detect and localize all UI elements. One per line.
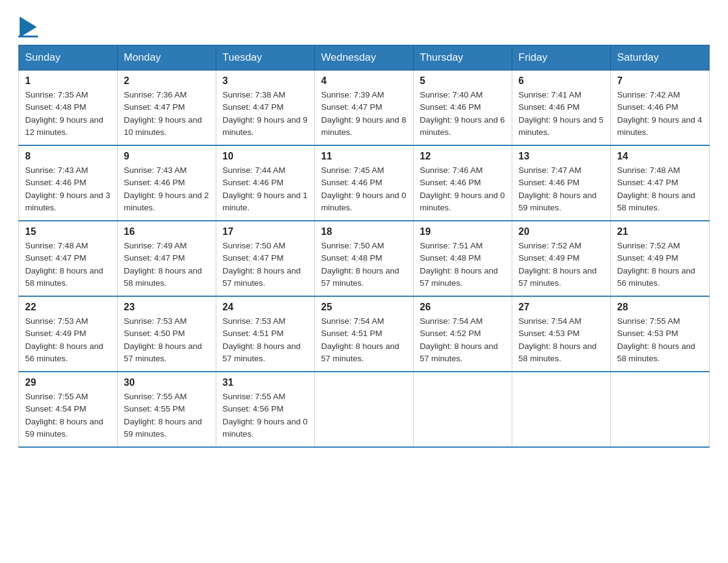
day-info: Sunrise: 7:44 AMSunset: 4:46 PMDaylight:… bbox=[222, 164, 308, 214]
day-number: 6 bbox=[518, 75, 604, 86]
header-monday: Monday bbox=[118, 45, 216, 71]
day-number: 3 bbox=[222, 75, 308, 86]
day-info: Sunrise: 7:48 AMSunset: 4:47 PMDaylight:… bbox=[617, 164, 703, 214]
calendar-cell: 9Sunrise: 7:43 AMSunset: 4:46 PMDaylight… bbox=[118, 145, 216, 221]
calendar-week-row: 1Sunrise: 7:35 AMSunset: 4:48 PMDaylight… bbox=[19, 71, 710, 146]
day-number: 8 bbox=[25, 151, 111, 162]
day-number: 23 bbox=[124, 302, 210, 313]
day-number: 27 bbox=[518, 302, 604, 313]
day-number: 11 bbox=[321, 151, 407, 162]
day-number: 18 bbox=[321, 226, 407, 237]
calendar-cell: 6Sunrise: 7:41 AMSunset: 4:46 PMDaylight… bbox=[512, 71, 611, 146]
day-info: Sunrise: 7:54 AMSunset: 4:51 PMDaylight:… bbox=[321, 315, 407, 365]
day-info: Sunrise: 7:54 AMSunset: 4:52 PMDaylight:… bbox=[420, 315, 506, 365]
svg-marker-0 bbox=[20, 17, 37, 37]
calendar-cell bbox=[414, 372, 512, 447]
day-info: Sunrise: 7:43 AMSunset: 4:46 PMDaylight:… bbox=[25, 164, 111, 214]
header-saturday: Saturday bbox=[611, 45, 710, 71]
day-number: 31 bbox=[222, 377, 308, 388]
day-info: Sunrise: 7:51 AMSunset: 4:48 PMDaylight:… bbox=[420, 240, 506, 289]
calendar-cell: 10Sunrise: 7:44 AMSunset: 4:46 PMDayligh… bbox=[216, 145, 315, 221]
header-wednesday: Wednesday bbox=[315, 45, 414, 71]
day-info: Sunrise: 7:48 AMSunset: 4:47 PMDaylight:… bbox=[25, 240, 111, 289]
calendar-week-row: 15Sunrise: 7:48 AMSunset: 4:47 PMDayligh… bbox=[19, 221, 710, 296]
calendar-week-row: 8Sunrise: 7:43 AMSunset: 4:46 PMDaylight… bbox=[19, 145, 710, 221]
day-number: 14 bbox=[617, 151, 703, 162]
day-info: Sunrise: 7:49 AMSunset: 4:47 PMDaylight:… bbox=[124, 240, 210, 289]
calendar-cell: 2Sunrise: 7:36 AMSunset: 4:47 PMDaylight… bbox=[118, 71, 216, 146]
calendar-cell: 4Sunrise: 7:39 AMSunset: 4:47 PMDaylight… bbox=[315, 71, 414, 146]
calendar-cell: 28Sunrise: 7:55 AMSunset: 4:53 PMDayligh… bbox=[611, 296, 710, 372]
calendar-cell: 23Sunrise: 7:53 AMSunset: 4:50 PMDayligh… bbox=[118, 296, 216, 372]
day-number: 2 bbox=[124, 75, 210, 86]
day-number: 12 bbox=[420, 151, 506, 162]
day-info: Sunrise: 7:41 AMSunset: 4:46 PMDaylight:… bbox=[518, 89, 604, 139]
day-number: 21 bbox=[617, 226, 703, 237]
day-number: 29 bbox=[25, 377, 111, 388]
calendar-cell: 30Sunrise: 7:55 AMSunset: 4:55 PMDayligh… bbox=[118, 372, 216, 447]
day-number: 15 bbox=[25, 226, 111, 237]
day-number: 26 bbox=[420, 302, 506, 313]
calendar-table: SundayMondayTuesdayWednesdayThursdayFrid… bbox=[18, 45, 710, 448]
day-number: 22 bbox=[25, 302, 111, 313]
calendar-cell: 14Sunrise: 7:48 AMSunset: 4:47 PMDayligh… bbox=[611, 145, 710, 221]
day-info: Sunrise: 7:53 AMSunset: 4:49 PMDaylight:… bbox=[25, 315, 111, 365]
day-info: Sunrise: 7:36 AMSunset: 4:47 PMDaylight:… bbox=[124, 89, 210, 139]
calendar-cell: 13Sunrise: 7:47 AMSunset: 4:46 PMDayligh… bbox=[512, 145, 611, 221]
day-number: 1 bbox=[25, 75, 111, 86]
day-info: Sunrise: 7:55 AMSunset: 4:53 PMDaylight:… bbox=[617, 315, 703, 365]
day-info: Sunrise: 7:54 AMSunset: 4:53 PMDaylight:… bbox=[518, 315, 604, 365]
day-info: Sunrise: 7:40 AMSunset: 4:46 PMDaylight:… bbox=[420, 89, 506, 139]
calendar-cell: 26Sunrise: 7:54 AMSunset: 4:52 PMDayligh… bbox=[414, 296, 512, 372]
day-number: 20 bbox=[518, 226, 604, 237]
day-number: 5 bbox=[420, 75, 506, 86]
header-friday: Friday bbox=[512, 45, 611, 71]
calendar-cell: 3Sunrise: 7:38 AMSunset: 4:47 PMDaylight… bbox=[216, 71, 315, 146]
calendar-cell: 29Sunrise: 7:55 AMSunset: 4:54 PMDayligh… bbox=[19, 372, 118, 447]
calendar-cell: 22Sunrise: 7:53 AMSunset: 4:49 PMDayligh… bbox=[19, 296, 118, 372]
day-info: Sunrise: 7:47 AMSunset: 4:46 PMDaylight:… bbox=[518, 164, 604, 214]
calendar-week-row: 29Sunrise: 7:55 AMSunset: 4:54 PMDayligh… bbox=[19, 372, 710, 447]
day-number: 19 bbox=[420, 226, 506, 237]
calendar-cell: 17Sunrise: 7:50 AMSunset: 4:47 PMDayligh… bbox=[216, 221, 315, 296]
day-info: Sunrise: 7:50 AMSunset: 4:47 PMDaylight:… bbox=[222, 240, 308, 289]
day-info: Sunrise: 7:35 AMSunset: 4:48 PMDaylight:… bbox=[25, 89, 111, 139]
calendar-cell: 12Sunrise: 7:46 AMSunset: 4:46 PMDayligh… bbox=[414, 145, 512, 221]
day-number: 17 bbox=[222, 226, 308, 237]
day-info: Sunrise: 7:55 AMSunset: 4:56 PMDaylight:… bbox=[222, 391, 308, 440]
calendar-cell: 21Sunrise: 7:52 AMSunset: 4:49 PMDayligh… bbox=[611, 221, 710, 296]
day-info: Sunrise: 7:43 AMSunset: 4:46 PMDaylight:… bbox=[124, 164, 210, 214]
logo-underline bbox=[18, 36, 38, 37]
calendar-cell: 15Sunrise: 7:48 AMSunset: 4:47 PMDayligh… bbox=[19, 221, 118, 296]
calendar-header-row: SundayMondayTuesdayWednesdayThursdayFrid… bbox=[19, 45, 710, 71]
calendar-cell bbox=[315, 372, 414, 447]
header-thursday: Thursday bbox=[414, 45, 512, 71]
header-tuesday: Tuesday bbox=[216, 45, 315, 71]
day-number: 10 bbox=[222, 151, 308, 162]
calendar-cell: 16Sunrise: 7:49 AMSunset: 4:47 PMDayligh… bbox=[118, 221, 216, 296]
calendar-cell: 24Sunrise: 7:53 AMSunset: 4:51 PMDayligh… bbox=[216, 296, 315, 372]
calendar-cell: 8Sunrise: 7:43 AMSunset: 4:46 PMDaylight… bbox=[19, 145, 118, 221]
header-sunday: Sunday bbox=[19, 45, 118, 71]
day-info: Sunrise: 7:55 AMSunset: 4:54 PMDaylight:… bbox=[25, 391, 111, 440]
calendar-cell: 1Sunrise: 7:35 AMSunset: 4:48 PMDaylight… bbox=[19, 71, 118, 146]
calendar-cell: 18Sunrise: 7:50 AMSunset: 4:48 PMDayligh… bbox=[315, 221, 414, 296]
calendar-cell: 11Sunrise: 7:45 AMSunset: 4:46 PMDayligh… bbox=[315, 145, 414, 221]
day-info: Sunrise: 7:50 AMSunset: 4:48 PMDaylight:… bbox=[321, 240, 407, 289]
calendar-cell: 20Sunrise: 7:52 AMSunset: 4:49 PMDayligh… bbox=[512, 221, 611, 296]
day-number: 7 bbox=[617, 75, 703, 86]
calendar-cell: 27Sunrise: 7:54 AMSunset: 4:53 PMDayligh… bbox=[512, 296, 611, 372]
day-info: Sunrise: 7:39 AMSunset: 4:47 PMDaylight:… bbox=[321, 89, 407, 139]
day-number: 28 bbox=[617, 302, 703, 313]
page-header bbox=[18, 12, 710, 37]
calendar-week-row: 22Sunrise: 7:53 AMSunset: 4:49 PMDayligh… bbox=[19, 296, 710, 372]
calendar-cell: 5Sunrise: 7:40 AMSunset: 4:46 PMDaylight… bbox=[414, 71, 512, 146]
day-info: Sunrise: 7:52 AMSunset: 4:49 PMDaylight:… bbox=[617, 240, 703, 289]
day-number: 4 bbox=[321, 75, 407, 86]
day-info: Sunrise: 7:55 AMSunset: 4:55 PMDaylight:… bbox=[124, 391, 210, 440]
calendar-cell bbox=[611, 372, 710, 447]
day-number: 24 bbox=[222, 302, 308, 313]
day-number: 13 bbox=[518, 151, 604, 162]
day-number: 30 bbox=[124, 377, 210, 388]
calendar-cell: 19Sunrise: 7:51 AMSunset: 4:48 PMDayligh… bbox=[414, 221, 512, 296]
